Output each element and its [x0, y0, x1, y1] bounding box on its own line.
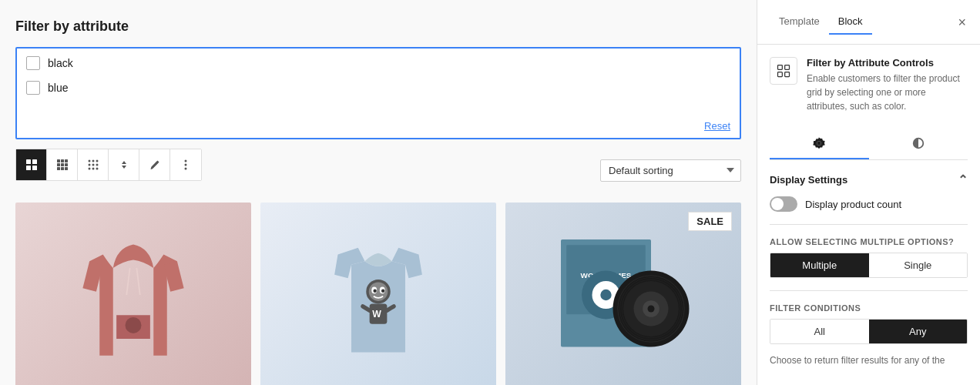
svg-point-13	[88, 160, 90, 162]
filter-item-black[interactable]: black	[26, 56, 730, 70]
btn-multiple[interactable]: Multiple	[770, 253, 869, 277]
chevron-updown-icon	[118, 159, 130, 171]
toolbar	[15, 149, 202, 181]
svg-point-20	[92, 168, 94, 170]
contrast-icon	[911, 136, 925, 150]
svg-point-18	[96, 164, 98, 166]
gear-icon	[812, 136, 826, 150]
svg-rect-1	[32, 159, 37, 164]
filter-item-blue[interactable]: blue	[26, 81, 730, 95]
block-info-text: Filter by Attribute Controls Enable cust…	[807, 57, 968, 113]
tshirt-image: W	[324, 222, 432, 368]
display-product-count-toggle[interactable]	[770, 196, 797, 212]
toolbar-btn-dots-grid[interactable]	[78, 149, 109, 180]
checkbox-black[interactable]	[26, 56, 40, 70]
svg-point-16	[88, 164, 90, 166]
product-card-vinyl[interactable]: SALE WOOTHEMES	[505, 203, 741, 385]
right-panel-body: Filter by Attribute Controls Enable cust…	[757, 45, 980, 385]
svg-point-33	[381, 290, 384, 293]
dots-grid-icon	[87, 159, 99, 171]
svg-point-22	[185, 160, 187, 162]
svg-line-25	[126, 268, 129, 295]
toolbar-btn-pencil[interactable]	[139, 149, 170, 180]
right-panel-header: Template Block ×	[757, 0, 980, 45]
svg-rect-12	[65, 167, 68, 170]
btn-all[interactable]: All	[770, 320, 869, 343]
tab-block[interactable]: Block	[829, 9, 872, 35]
svg-point-19	[88, 168, 90, 170]
btn-any[interactable]: Any	[869, 320, 968, 343]
toolbar-btn-grid2x2[interactable]	[16, 149, 47, 180]
svg-rect-2	[26, 166, 31, 170]
pencil-icon	[149, 159, 161, 171]
svg-point-23	[185, 164, 187, 166]
svg-rect-6	[65, 159, 68, 162]
sale-badge: SALE	[688, 212, 732, 231]
page-title: Filter by attribute	[15, 18, 741, 35]
btn-single[interactable]: Single	[869, 253, 968, 277]
allow-multiple-label: ALLOW SELECTING MULTIPLE OPTIONS?	[770, 237, 968, 246]
svg-line-26	[136, 268, 139, 295]
icon-tab-contrast[interactable]	[869, 129, 968, 159]
display-product-count-label: Display product count	[805, 199, 901, 210]
svg-point-14	[92, 160, 94, 162]
product-card-hoodie[interactable]	[15, 203, 251, 385]
grid-dots-icon	[56, 159, 69, 171]
svg-rect-11	[61, 167, 64, 170]
svg-rect-10	[57, 167, 60, 170]
tab-template[interactable]: Template	[770, 9, 829, 35]
product-grid: W SALE WOOTHEMES	[15, 203, 741, 385]
filter-box: black blue Reset	[15, 47, 741, 139]
filter-conditions-label: FILTER CONDITIONS	[770, 303, 968, 313]
svg-rect-51	[785, 65, 790, 70]
svg-rect-53	[785, 72, 790, 77]
vinyl-image: WOOTHEMES	[554, 218, 693, 372]
more-vertical-icon	[180, 159, 192, 171]
block-info: Filter by Attribute Controls Enable cust…	[770, 57, 968, 113]
close-button[interactable]: ×	[956, 14, 968, 31]
display-settings-chevron[interactable]: ⌃	[958, 172, 968, 187]
filter-conditions-description: Choose to return filter results for any …	[770, 353, 968, 367]
svg-point-46	[648, 306, 655, 313]
icon-tabs	[770, 129, 968, 160]
block-controls-icon	[776, 63, 791, 79]
hoodie-image	[79, 218, 187, 372]
sort-dropdown[interactable]: Default sorting Sort by popularity Sort …	[600, 159, 741, 182]
toolbar-btn-more[interactable]	[170, 149, 201, 180]
svg-rect-52	[778, 72, 783, 77]
svg-rect-7	[57, 163, 60, 166]
filter-conditions-group: All Any	[770, 319, 968, 344]
display-settings-title: Display Settings ⌃	[770, 172, 968, 187]
icon-tab-gear[interactable]	[770, 129, 869, 159]
svg-point-24	[185, 168, 187, 170]
svg-point-27	[126, 317, 142, 333]
checkbox-blue[interactable]	[26, 81, 40, 95]
svg-point-21	[96, 168, 98, 170]
svg-text:W: W	[372, 309, 381, 320]
display-product-count-row: Display product count	[770, 196, 968, 212]
right-panel: Template Block × Filter by Attribute Con…	[757, 0, 980, 385]
block-title: Filter by Attribute Controls	[807, 57, 968, 69]
svg-point-17	[92, 164, 94, 166]
svg-rect-8	[61, 163, 64, 166]
section-divider-2	[770, 290, 968, 291]
reset-link[interactable]: Reset	[704, 120, 730, 132]
svg-point-32	[373, 290, 376, 293]
svg-rect-50	[778, 65, 783, 70]
svg-point-15	[96, 160, 98, 162]
block-description: Enable customers to filter the product g…	[807, 72, 968, 113]
svg-rect-5	[61, 159, 64, 162]
block-icon	[770, 57, 797, 85]
product-card-tshirt[interactable]: W	[260, 203, 496, 385]
svg-rect-9	[65, 163, 68, 166]
toolbar-row: Default sorting Sort by popularity Sort …	[15, 149, 741, 192]
toolbar-btn-grid-dots[interactable]	[47, 149, 78, 180]
tab-group: Template Block	[770, 9, 872, 35]
left-panel: Filter by attribute black blue Reset	[0, 0, 757, 385]
svg-rect-3	[32, 166, 37, 170]
svg-rect-4	[57, 159, 60, 162]
svg-rect-0	[26, 159, 31, 164]
grid-2x2-icon	[25, 159, 38, 171]
toolbar-btn-chevron-updown[interactable]	[109, 149, 139, 180]
svg-point-41	[600, 290, 611, 300]
